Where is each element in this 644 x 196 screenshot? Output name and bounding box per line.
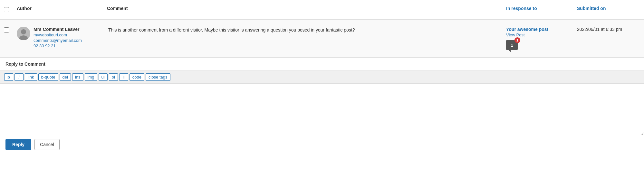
svg-point-1: [21, 29, 26, 34]
toolbar-del[interactable]: del: [60, 73, 71, 81]
reply-textarea[interactable]: [0, 84, 644, 135]
avatar: [17, 27, 30, 40]
comment-text: This is another comment from a different…: [103, 23, 502, 37]
cancel-button[interactable]: Cancel: [34, 139, 60, 150]
header-submitted: Submitted on: [573, 3, 644, 16]
author-email[interactable]: comments@myemail.com: [34, 38, 82, 43]
row-checkbox-cell: [0, 23, 13, 36]
table-header: Author Comment In response to Submitted …: [0, 0, 644, 20]
submitted-date: 2022/06/01 at 6:33 pm: [573, 23, 644, 35]
select-all-checkbox[interactable]: [4, 7, 9, 12]
toolbar-img[interactable]: img: [85, 73, 97, 81]
reply-toolbar: b i link b-quote del ins img ul ol li co…: [0, 71, 644, 84]
header-in-response: In response to: [502, 3, 573, 16]
table-row: Mrs Comment Leaver mywebsiteurl.com comm…: [0, 20, 644, 58]
comment-bubble-wrapper: 1 1: [506, 40, 518, 50]
author-ip: 92.30.92.21: [34, 43, 82, 48]
toolbar-ul[interactable]: ul: [99, 73, 108, 81]
reply-section: Reply to Comment b i link b-quote del in…: [0, 58, 644, 154]
author-cell: Mrs Comment Leaver mywebsiteurl.com comm…: [13, 23, 103, 51]
toolbar-ins[interactable]: ins: [72, 73, 83, 81]
toolbar-link[interactable]: link: [25, 73, 37, 81]
header-comment: Comment: [103, 3, 502, 16]
author-details: Mrs Comment Leaver mywebsiteurl.com comm…: [34, 27, 82, 48]
author-name: Mrs Comment Leaver: [34, 27, 82, 32]
post-title-link[interactable]: Your awesome post: [506, 27, 548, 32]
toolbar-li[interactable]: li: [119, 73, 128, 81]
bubble-count: 1: [511, 43, 513, 48]
reply-section-header: Reply to Comment: [0, 58, 644, 71]
toolbar-bold[interactable]: b: [4, 73, 13, 81]
toolbar-code[interactable]: code: [130, 73, 144, 81]
reply-actions: Reply Cancel: [0, 135, 644, 154]
toolbar-ol[interactable]: ol: [109, 73, 118, 81]
reply-button[interactable]: Reply: [5, 139, 31, 150]
view-post-link[interactable]: View Post: [506, 33, 569, 37]
comment-badge: 1: [514, 37, 520, 43]
header-author: Author: [13, 3, 103, 16]
page-container: Author Comment In response to Submitted …: [0, 0, 644, 196]
header-checkbox-cell: [0, 3, 13, 16]
row-checkbox[interactable]: [4, 27, 9, 33]
toolbar-close-tags[interactable]: close tags: [146, 73, 170, 81]
toolbar-bquote[interactable]: b-quote: [38, 73, 58, 81]
in-response-cell: Your awesome post View Post 1 1: [502, 23, 573, 53]
toolbar-italic[interactable]: i: [14, 73, 24, 81]
author-info: Mrs Comment Leaver mywebsiteurl.com comm…: [17, 27, 99, 48]
author-website[interactable]: mywebsiteurl.com: [34, 33, 82, 37]
